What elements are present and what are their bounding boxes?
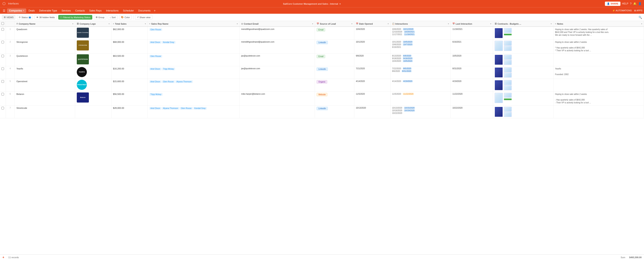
last-interaction-cell: 11/22/2020 [451,92,493,105]
contract-thumb[interactable] [495,55,503,65]
contract-thumb[interactable] [504,93,512,98]
row-select[interactable] [2,107,4,109]
interactions-header[interactable]: 📋 Interactions ▾ [390,21,451,27]
row-checkbox[interactable] [0,66,6,79]
contracts-cell [493,27,553,40]
contract-thumb[interactable] [504,41,512,46]
add-row-button[interactable]: + [2,255,4,259]
contract-thumb[interactable] [504,107,512,112]
group-button[interactable]: ⊞ Group [94,15,106,20]
row-select[interactable] [2,28,4,31]
nav-item-deliverable-type[interactable]: Deliverable Type [37,9,59,13]
contract-thumb[interactable] [504,55,512,60]
add-nav-icon[interactable]: + [153,9,156,13]
status-filter-button[interactable]: ⊙ Status 👥 [17,15,33,20]
automations-btn[interactable]: ⚡ AUTOMATIONS [612,9,632,12]
company-logo-cell [75,105,111,118]
sales-rep-cell: Ariel DixonTripp Mckay [148,66,240,79]
nav-item-sales-reps[interactable]: Sales Reps [87,9,104,13]
total-sales-cell: $62,000.00 [111,27,148,40]
contract-thumb[interactable] [495,67,503,77]
row-num-header [6,21,15,27]
select-all-checkbox[interactable] [2,22,4,25]
row-checkbox[interactable] [0,79,6,92]
total-sales-header[interactable]: ≡ Total Sales ▾ [111,21,148,27]
source-lead-cell: LinkedIn [315,66,354,79]
hamburger-icon[interactable]: ☰ [2,9,7,12]
bell-icon[interactable]: 🔔 [633,2,636,5]
contract-thumb[interactable] [495,80,503,90]
contract-thumb[interactable] [495,93,503,103]
checkbox-header[interactable] [0,21,6,27]
contracts-header[interactable]: 🖼 Contracts - Budgets ... ▾ [493,21,553,27]
row-checkbox[interactable] [0,92,6,105]
total-sales-cell: $28,000.00 [111,105,148,118]
share-view-icon: ↗ [137,16,139,19]
hidden-fields-button[interactable]: 👁 38 hidden fields [34,15,56,20]
sort-button[interactable]: ↕ Sort [108,15,118,20]
last-interaction-cell: 6/16/2021 [451,40,493,54]
row-select[interactable] [2,41,4,43]
nav-item-contacts[interactable]: Contacts [73,9,87,13]
notes-header[interactable]: ≡ Notes ▾ [553,21,644,27]
contact-email-cell: jax@quotetexon.com [240,66,315,79]
nav-item-scheduler[interactable]: Scheduler [121,9,136,13]
source-lead-header[interactable]: 📅 Source of Lead ▾ [315,21,354,27]
contract-thumb[interactable] [504,112,512,117]
company-name: Quadzoom [16,28,27,31]
apps-btn[interactable]: ⊞ APPS [634,9,642,12]
source-badge: LinkedIn [316,41,328,44]
contact-email-header[interactable]: ◎ Contact Email ▾ [240,21,315,27]
search-icon[interactable]: 🔍 [638,16,642,19]
contract-thumb[interactable] [504,80,512,85]
eye-icon: 👁 [36,16,38,19]
nav-item-interactions[interactable]: Interactions [104,9,120,13]
company-name-header[interactable]: A Company Name ▾ [15,21,75,27]
last-interaction-header[interactable]: 📅 Last Interaction ▾ [451,21,493,27]
nav-item-deals[interactable]: Deals [26,9,37,13]
marketing-status-filter[interactable]: ⬡ Filtered by Marketing Status [58,15,92,20]
nav-item-companies[interactable]: Companies [7,9,26,13]
contract-thumb[interactable] [495,28,503,38]
contracts-cell [493,40,553,54]
contract-thumb[interactable] [504,60,512,65]
share-view-button[interactable]: ↗ Share view [135,15,152,20]
color-button[interactable]: 🎨 Color [119,15,132,20]
views-button[interactable]: ⊞ VIEWS [2,15,15,20]
row-select[interactable] [2,67,4,70]
row-checkbox[interactable] [0,27,6,40]
nav-item-documents[interactable]: Documents [136,9,152,13]
contract-thumb[interactable] [495,41,503,51]
calendar-icon: 📅 [452,23,455,25]
row-checkbox[interactable] [0,40,6,54]
contract-thumb[interactable] [495,107,503,117]
total-sales-cell: $15,600.00 [111,79,148,92]
date-opened-header[interactable]: 📅 Date Opened ▾ [354,21,390,27]
source-lead-cell: Website [315,92,354,105]
source-badge: Organic [316,80,327,84]
contract-thumb[interactable] [504,73,512,77]
profile-icon[interactable]: 👤 [638,2,642,5]
sales-rep-tag: Ariel Dixon [149,41,162,44]
row-checkbox[interactable] [0,54,6,66]
row-checkbox[interactable] [0,105,6,118]
sales-rep-header[interactable]: ≡ Sales Rep Name ▾ [148,21,240,27]
share-button[interactable]: 👤 SHARE [605,2,620,6]
top-bar-actions: 👤 SHARE HELP ? 🔔 👤 [605,2,642,6]
contract-thumb[interactable] [504,46,512,51]
nav-item-services[interactable]: Services [60,9,73,13]
contract-thumb[interactable] [504,28,512,33]
table-header: A Company Name ▾ 🖼 Company Logo ▾ ≡ [0,21,644,27]
company-logo-header[interactable]: 🖼 Company Logo ▾ [75,21,111,27]
total-sales-cell: $63,500.00 [111,54,148,66]
row-select[interactable] [2,80,4,83]
total-sales-cell: $56,500.00 [111,92,148,105]
help-icon[interactable]: ? [630,2,632,5]
contract-thumb[interactable] [504,85,512,90]
table-container: A Company Name ▾ 🖼 Company Logo ▾ ≡ [0,21,644,254]
company-name-cell: Betaron [15,92,75,105]
row-select[interactable] [2,55,4,57]
row-select[interactable] [2,93,4,95]
contract-thumb[interactable] [504,67,512,72]
status-icon: ⊙ [19,16,20,19]
